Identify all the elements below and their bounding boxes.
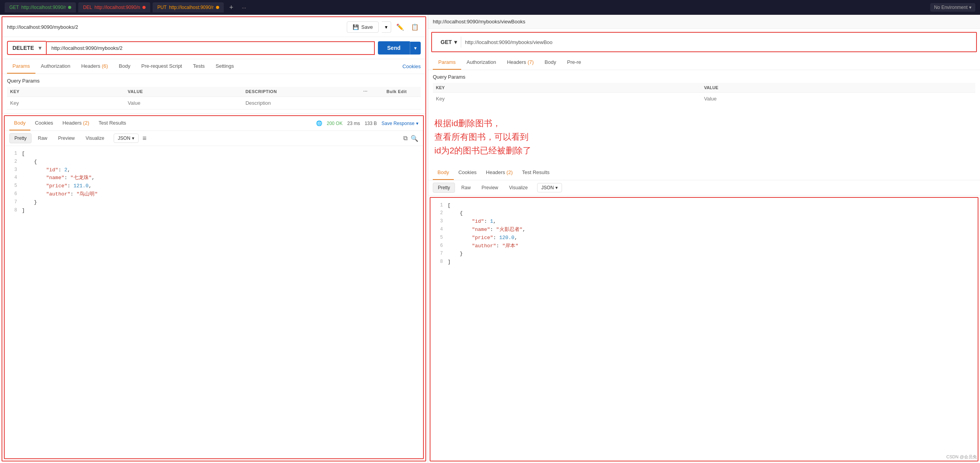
right-tab-prerequest[interactable]: Pre-re: [562, 55, 587, 70]
right-line-content-3: "id": 1,: [448, 218, 496, 226]
right-format-raw[interactable]: Raw: [457, 183, 475, 192]
response-tab-headers[interactable]: Headers (2): [58, 116, 94, 130]
right-line-num-4: 4: [434, 226, 443, 234]
tab-prerequest[interactable]: Pre-request Script: [136, 59, 188, 74]
left-panel-border: http://localhost:9090/mybooks/2 💾 Save ▾…: [2, 16, 426, 461]
right-line-num-8: 8: [434, 258, 443, 266]
save-response-label: Save Response: [381, 121, 414, 126]
tab-put[interactable]: PUT http://localhost:9090/r: [153, 2, 224, 12]
right-format-visualize[interactable]: Visualize: [504, 183, 532, 192]
response-section-border: Body Cookies Headers (2) Test Results 🌐 …: [4, 115, 424, 459]
right-response-tabs-nav: Body Cookies Headers (2) Test Results: [428, 165, 980, 180]
right-json-selector[interactable]: JSON ▾: [537, 183, 562, 192]
right-method-url-row: GET ▾ http://localhost:9090/mybooks/view…: [431, 32, 977, 52]
right-line-content-4: "name": "火影忍者",: [448, 226, 525, 234]
right-response-section: Body Cookies Headers (2) Test Results Pr…: [428, 165, 980, 463]
method-selector[interactable]: DELETE ▾: [7, 41, 46, 55]
add-tab-button[interactable]: +: [226, 2, 237, 13]
time-badge: 23 ms: [347, 121, 360, 126]
right-col-value-header: VALUE: [704, 85, 972, 90]
send-button[interactable]: Send: [378, 41, 410, 55]
status-badge: 200 OK: [327, 121, 343, 126]
response-tab-cookies[interactable]: Cookies: [30, 116, 58, 130]
tab-settings[interactable]: Settings: [210, 59, 239, 74]
env-label: No Environment: [934, 5, 968, 10]
params-more-icon[interactable]: ⋯: [363, 89, 386, 94]
headers-count: (6): [102, 63, 108, 69]
code-line-8: 8 ]: [5, 207, 423, 215]
bulk-edit-button[interactable]: Bulk Edit: [386, 89, 418, 94]
tab-authorization[interactable]: Authorization: [35, 59, 76, 74]
code-line-1: 1 [: [5, 150, 423, 158]
response-tab-test-results[interactable]: Test Results: [94, 116, 131, 130]
param-value-input[interactable]: [128, 100, 245, 106]
cookies-button[interactable]: Cookies: [402, 63, 421, 69]
right-response-tab-cookies[interactable]: Cookies: [454, 165, 481, 180]
right-line-num-7: 7: [434, 250, 443, 258]
edit-icon[interactable]: ✏️: [394, 21, 406, 33]
tab-tests[interactable]: Tests: [188, 59, 210, 74]
right-tab-body[interactable]: Body: [539, 55, 562, 70]
more-tabs-button[interactable]: ···: [239, 3, 249, 12]
save-response-arrow-icon: ▾: [416, 121, 418, 126]
tab-dot-get: [68, 6, 71, 9]
right-format-pretty[interactable]: Pretty: [433, 183, 455, 193]
search-code-button[interactable]: 🔍: [411, 135, 418, 142]
param-key-input[interactable]: [10, 100, 128, 106]
method-dropdown-icon: ▾: [39, 45, 41, 51]
save-response-button[interactable]: Save Response ▾: [381, 121, 418, 126]
right-query-params-section: Query Params KEY VALUE: [428, 70, 980, 109]
copy-icon[interactable]: 📋: [409, 21, 421, 33]
right-url-label: http://localhost:9090/mybooks/viewBooks: [433, 19, 525, 25]
get-url-label: http://localhost:9090/r: [21, 5, 66, 10]
params-header-row: KEY VALUE DESCRIPTION ⋯ Bulk Edit: [7, 87, 421, 97]
del-method-label: DEL: [83, 5, 92, 10]
tab-body[interactable]: Body: [113, 59, 136, 74]
param-description-input[interactable]: [246, 100, 363, 106]
tab-get[interactable]: GET http://localhost:9090/r: [5, 2, 76, 12]
right-panel: http://localhost:9090/mybooks/viewBooks …: [428, 15, 980, 463]
right-method-selector[interactable]: GET ▾: [437, 37, 461, 48]
put-url-label: http://localhost:9090/r: [169, 5, 214, 10]
right-response-tab-body[interactable]: Body: [433, 165, 454, 180]
environment-selector[interactable]: No Environment ▾: [930, 3, 975, 12]
right-response-tab-headers[interactable]: Headers (2): [481, 165, 518, 180]
query-params-section: Query Params KEY VALUE DESCRIPTION ⋯ Bul…: [2, 74, 425, 113]
tab-params[interactable]: Params: [7, 59, 35, 74]
top-tab-bar: GET http://localhost:9090/r DEL http://l…: [0, 0, 980, 15]
wrap-icon[interactable]: ≡: [142, 134, 147, 143]
right-param-key-input[interactable]: [436, 96, 704, 102]
code-line-5: 5 "price": 121.0,: [5, 182, 423, 190]
url-input[interactable]: [46, 41, 375, 55]
line-content-8: ]: [22, 207, 25, 215]
response-tab-body[interactable]: Body: [9, 116, 30, 130]
tab-del[interactable]: DEL http://localhost:9090/n: [78, 2, 150, 12]
right-response-tab-test-results[interactable]: Test Results: [517, 165, 554, 180]
tab-headers[interactable]: Headers (6): [76, 59, 114, 74]
right-param-value-input[interactable]: [704, 96, 972, 102]
format-preview-button[interactable]: Preview: [53, 134, 79, 143]
request-url-bar: http://localhost:9090/mybooks/2 💾 Save ▾…: [2, 17, 425, 37]
format-visualize-button[interactable]: Visualize: [81, 134, 109, 143]
send-button-group: Send ▾: [378, 41, 421, 55]
format-raw-button[interactable]: Raw: [33, 134, 52, 143]
line-num-2: 2: [8, 158, 17, 166]
right-format-preview[interactable]: Preview: [477, 183, 503, 192]
right-col-key-header: KEY: [436, 85, 704, 90]
save-button[interactable]: 💾 Save: [347, 21, 379, 33]
line-content-1: [: [22, 150, 25, 158]
right-tab-headers[interactable]: Headers (7): [502, 55, 539, 70]
right-tab-params[interactable]: Params: [433, 55, 461, 70]
right-method-label: GET: [441, 39, 452, 45]
format-pretty-button[interactable]: Pretty: [9, 133, 32, 143]
save-icon: 💾: [353, 24, 359, 30]
send-dropdown-button[interactable]: ▾: [410, 42, 421, 55]
code-line-4: 4 "name": "七龙珠",: [5, 174, 423, 182]
right-code-line-5: 5 "price": 120.0,: [430, 234, 978, 242]
json-format-selector[interactable]: JSON ▾: [114, 134, 139, 143]
save-dropdown-arrow[interactable]: ▾: [382, 21, 391, 33]
get-method-label: GET: [9, 5, 19, 10]
right-tab-authorization[interactable]: Authorization: [461, 55, 502, 70]
copy-code-button[interactable]: ⧉: [403, 135, 407, 142]
right-line-content-1: [: [448, 202, 451, 210]
